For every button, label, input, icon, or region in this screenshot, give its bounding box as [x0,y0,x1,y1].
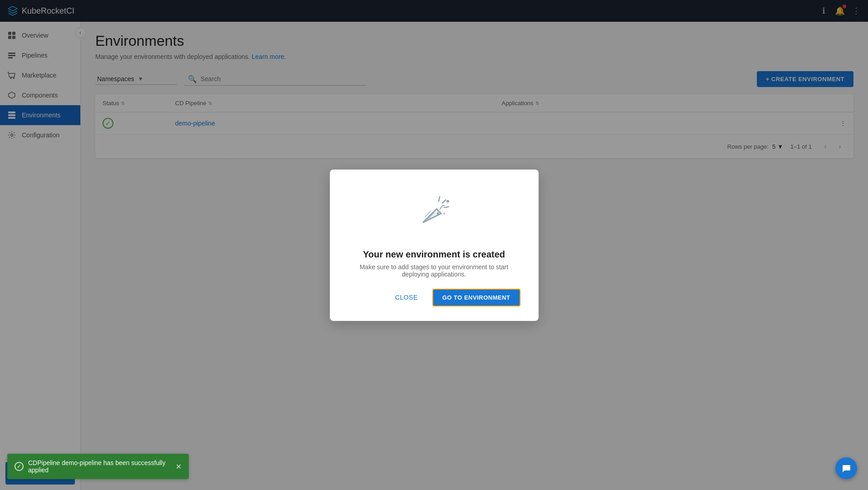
svg-line-15 [439,197,440,201]
chat-icon [841,463,851,473]
dialog-close-button[interactable]: CLOSE [388,289,425,306]
toast-notification: ✓ CDPipeline demo-pipeline has been succ… [7,454,189,479]
dialog-success-icon [407,184,461,238]
toast-message: CDPipeline demo-pipeline has been succes… [28,459,171,474]
dialog-success-subtitle: Make sure to add stages to your environm… [348,263,520,278]
chat-button[interactable] [835,457,857,479]
dialog-go-button[interactable]: GO TO ENVIRONMENT [432,289,520,306]
svg-line-13 [442,200,446,203]
toast-close-button[interactable]: ✕ [176,462,181,471]
dialog-success-title: Your new environment is created [348,249,520,260]
modal-overlay: Your new environment is created Make sur… [0,0,868,490]
svg-point-16 [446,200,449,203]
toast-check-icon: ✓ [15,462,24,471]
svg-point-18 [443,213,445,214]
svg-point-17 [436,212,439,214]
dialog-actions: CLOSE GO TO ENVIRONMENT [348,289,520,306]
create-environment-dialog: Your new environment is created Make sur… [330,170,539,321]
svg-line-14 [444,207,449,208]
